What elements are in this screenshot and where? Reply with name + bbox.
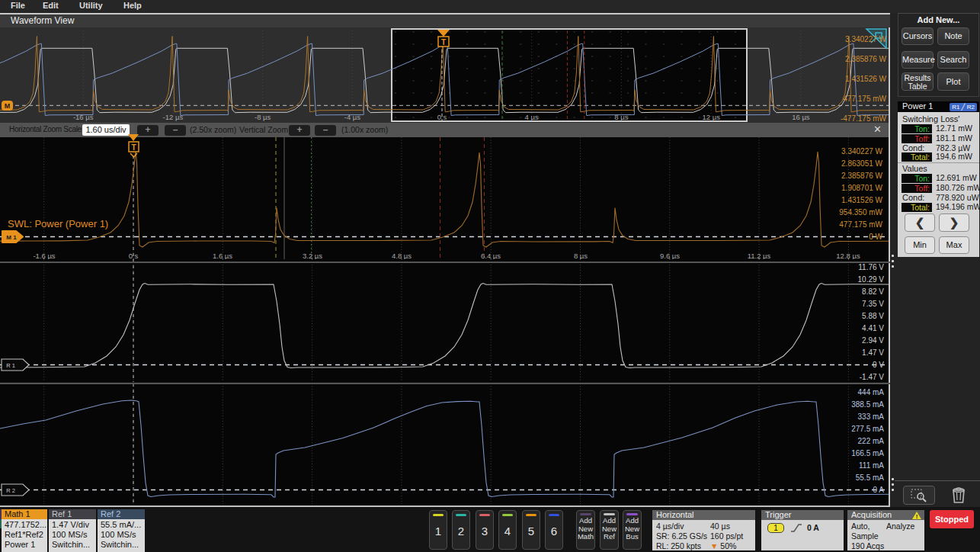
- svg-text:3.340227 W: 3.340227 W: [845, 35, 886, 43]
- svg-text:R 1: R 1: [6, 362, 15, 369]
- svg-text:0 V: 0 V: [873, 361, 884, 369]
- svg-text:M 1: M 1: [6, 234, 17, 241]
- svg-text:10.29 V: 10.29 V: [858, 275, 885, 284]
- svg-text:5.88 V: 5.88 V: [862, 312, 884, 320]
- svg-text:2.863051 W: 2.863051 W: [841, 159, 882, 168]
- svg-text:12 µs: 12 µs: [702, 113, 720, 121]
- svg-text:0 W: 0 W: [869, 233, 882, 241]
- svg-text:!: !: [916, 513, 918, 519]
- svg-text:1.908701 W: 1.908701 W: [841, 184, 882, 192]
- svg-text:0 A: 0 A: [873, 486, 885, 494]
- svg-text:9.6 µs: 9.6 µs: [660, 252, 680, 260]
- svg-text:3.340227 W: 3.340227 W: [841, 147, 882, 156]
- svg-text:6.4 µs: 6.4 µs: [481, 252, 501, 260]
- svg-text:477.175 mW: 477.175 mW: [843, 95, 886, 103]
- svg-text:-1.47 V: -1.47 V: [860, 373, 885, 381]
- svg-text:16 µs: 16 µs: [792, 113, 810, 121]
- svg-text:T: T: [441, 38, 446, 47]
- svg-text:954.350 mW: 954.350 mW: [839, 208, 882, 217]
- svg-text:2.385876 W: 2.385876 W: [845, 55, 886, 63]
- svg-text:1.6 µs: 1.6 µs: [213, 252, 232, 260]
- svg-text:-12 µs: -12 µs: [163, 113, 184, 121]
- svg-text:11.76 V: 11.76 V: [858, 263, 884, 271]
- svg-text:8.82 V: 8.82 V: [862, 287, 884, 296]
- svg-text:277.5 mA: 277.5 mA: [851, 425, 884, 433]
- svg-text:7.35 V: 7.35 V: [862, 300, 884, 308]
- svg-text:4.8 µs: 4.8 µs: [392, 252, 412, 260]
- svg-text:2.94 V: 2.94 V: [862, 336, 884, 345]
- svg-text:1.431526 W: 1.431526 W: [841, 196, 882, 204]
- svg-text:-16 µs: -16 µs: [73, 113, 94, 121]
- svg-text:-1.6 µs: -1.6 µs: [33, 252, 55, 260]
- svg-text:M: M: [5, 102, 11, 110]
- svg-text:222 mA: 222 mA: [858, 437, 885, 445]
- svg-text:1.431526 W: 1.431526 W: [845, 75, 886, 83]
- svg-text:388.5 mA: 388.5 mA: [851, 400, 884, 409]
- svg-text:0 s: 0 s: [437, 113, 447, 121]
- svg-text:333 mA: 333 mA: [858, 412, 885, 421]
- svg-text:12.8 µs: 12.8 µs: [836, 252, 860, 260]
- svg-text:1.47 V: 1.47 V: [862, 348, 884, 357]
- svg-text:55.5 mA: 55.5 mA: [856, 473, 885, 482]
- svg-text:8 µs: 8 µs: [614, 113, 628, 121]
- svg-text:166.5 mA: 166.5 mA: [851, 449, 884, 457]
- svg-text:11.2 µs: 11.2 µs: [748, 252, 771, 260]
- svg-text:2.385876 W: 2.385876 W: [841, 172, 882, 180]
- svg-text:8 µs: 8 µs: [574, 252, 588, 260]
- svg-text:T: T: [131, 143, 136, 152]
- svg-text:R 2: R 2: [6, 487, 15, 494]
- svg-text:4.41 V: 4.41 V: [862, 324, 884, 332]
- svg-text:3.2 µs: 3.2 µs: [303, 252, 322, 260]
- svg-text:-477.175 mW: -477.175 mW: [841, 114, 887, 123]
- svg-text:SWL: Power (Power 1): SWL: Power (Power 1): [8, 218, 108, 229]
- svg-text:-4 µs: -4 µs: [344, 113, 361, 121]
- svg-text:0 s: 0 s: [129, 252, 139, 260]
- svg-text:-8 µs: -8 µs: [255, 113, 271, 121]
- svg-text:111 mA: 111 mA: [859, 461, 884, 470]
- svg-text:444 mA: 444 mA: [858, 388, 885, 396]
- svg-text:477.175 mW: 477.175 mW: [839, 220, 882, 229]
- svg-text:4 µs: 4 µs: [525, 113, 539, 121]
